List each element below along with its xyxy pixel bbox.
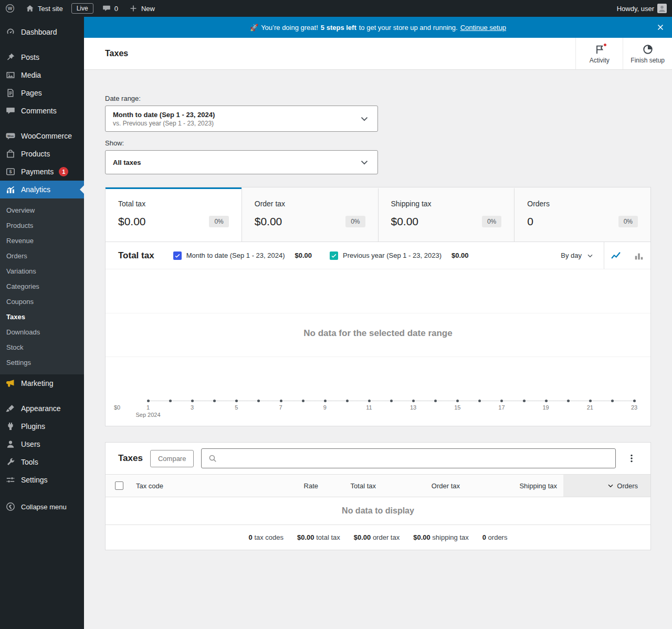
sidebar-item-payments[interactable]: $Payments1: [0, 163, 84, 181]
date-range-select[interactable]: Month to date (Sep 1 - 23, 2024) vs. Pre…: [105, 106, 378, 132]
axis-dot: [257, 400, 260, 402]
my-account-menu[interactable]: Howdy, user: [612, 0, 672, 17]
summary-stats-row: Total tax$0.000%Order tax$0.000%Shipping…: [106, 187, 650, 242]
posts-icon: [5, 52, 16, 62]
analytics-submenu: OverviewProductsRevenueOrdersVariationsC…: [0, 198, 84, 374]
sidebar-subitem-stock[interactable]: Stock: [0, 340, 84, 355]
sidebar-item-products[interactable]: Products: [0, 145, 84, 163]
compare-button[interactable]: Compare: [150, 450, 194, 467]
legend-checkbox[interactable]: [330, 251, 338, 260]
sidebar-item-tools[interactable]: Tools: [0, 453, 84, 471]
axis-dot: [412, 400, 415, 402]
gridline: [106, 313, 650, 313]
users-icon: [5, 439, 16, 449]
sidebar-subitem-downloads[interactable]: Downloads: [0, 324, 84, 340]
stat-tile-shipping-tax[interactable]: Shipping tax$0.000%: [378, 187, 514, 242]
column-header-orders[interactable]: Orders: [563, 475, 650, 497]
sidebar-item-woocommerce[interactable]: WooWooCommerce: [0, 127, 84, 145]
column-header-tax-code[interactable]: Tax code: [130, 475, 267, 497]
stat-value: $0.00: [255, 215, 282, 228]
line-chart-toggle-button[interactable]: [604, 242, 627, 269]
sidebar-subitem-variations[interactable]: Variations: [0, 264, 84, 279]
sidebar-subitem-products[interactable]: Products: [0, 218, 84, 233]
stat-tile-total-tax[interactable]: Total tax$0.000%: [106, 187, 242, 242]
plugins-icon: [5, 421, 16, 432]
wp-logo-menu[interactable]: W: [0, 0, 20, 17]
finish-setup-button[interactable]: Finish setup: [623, 38, 672, 69]
sidebar-item-collapse-menu[interactable]: Collapse menu: [0, 496, 84, 517]
steps-left: 5 steps left: [321, 24, 356, 32]
axis-dot: [191, 400, 194, 402]
select-all-checkbox[interactable]: [115, 481, 123, 490]
products-icon: [5, 149, 16, 159]
sidebar-item-posts[interactable]: Posts: [0, 48, 84, 66]
chart-empty-message: No data for the selected date range: [106, 328, 650, 339]
legend-label: Previous year (Sep 1 - 23, 2023): [343, 251, 442, 259]
table-search-input[interactable]: [222, 455, 609, 463]
summary-order-tax: $0.00 order tax: [354, 533, 400, 541]
sidebar-subitem-categories[interactable]: Categories: [0, 279, 84, 294]
sidebar-subitem-overview[interactable]: Overview: [0, 203, 84, 218]
sidebar-item-analytics[interactable]: Analytics: [0, 181, 84, 198]
rocket-emoji: 🚀: [250, 24, 258, 32]
avatar: [657, 4, 667, 13]
continue-setup-link[interactable]: Continue setup: [460, 24, 506, 32]
sidebar-item-plugins[interactable]: Plugins: [0, 417, 84, 435]
show-filter-select[interactable]: All taxes: [105, 150, 378, 174]
x-tick-label: 23: [631, 404, 637, 411]
collapse-icon: [5, 501, 16, 512]
activity-button[interactable]: Activity: [575, 38, 623, 69]
sidebar-item-marketing[interactable]: Marketing: [0, 374, 84, 392]
interval-select[interactable]: By day: [551, 242, 604, 269]
column-header-total-tax[interactable]: Total tax: [324, 475, 382, 497]
new-content-menu[interactable]: New: [123, 0, 160, 17]
activity-label: Activity: [590, 57, 610, 64]
live-badge: Live: [71, 3, 93, 14]
banner-text-2: to get your store up and running.: [359, 24, 458, 32]
comments-menu[interactable]: 0: [97, 0, 123, 17]
select-all-cell: [106, 475, 130, 497]
axis-dot: [567, 400, 570, 402]
page-title: Taxes: [105, 49, 128, 58]
stat-tile-orders[interactable]: Orders00%: [514, 187, 650, 242]
sidebar-item-appearance[interactable]: Appearance: [0, 400, 84, 417]
sidebar-item-users[interactable]: Users: [0, 435, 84, 453]
table-menu-button[interactable]: [623, 450, 640, 467]
y-axis-zero-label: $0: [114, 404, 120, 411]
plus-icon: [129, 4, 138, 13]
line-chart-icon: [610, 250, 622, 261]
legend-item-month-to-date-sep-1-23-2024[interactable]: Month to date (Sep 1 - 23, 2024)$0.00: [173, 251, 312, 260]
legend-checkbox[interactable]: [173, 251, 182, 260]
dismiss-banner-button[interactable]: [654, 21, 667, 34]
gridline: [106, 357, 650, 357]
sidebar-item-dashboard[interactable]: Dashboard: [0, 23, 84, 41]
sidebar-item-comments[interactable]: Comments: [0, 102, 84, 120]
x-tick-label: 9: [323, 404, 327, 411]
setup-progress-banner: 🚀 You’re doing great! 5 steps left to ge…: [84, 17, 672, 38]
table-search-box[interactable]: [201, 448, 616, 468]
chevron-down-icon: [586, 251, 594, 260]
sidebar-subitem-revenue[interactable]: Revenue: [0, 233, 84, 248]
axis-dot: [611, 400, 614, 402]
sidebar-subitem-coupons[interactable]: Coupons: [0, 294, 84, 309]
sidebar-subitem-settings[interactable]: Settings: [0, 355, 84, 370]
site-name: Test site: [38, 5, 63, 13]
setup-progress-icon: [642, 44, 654, 55]
sidebar-item-settings[interactable]: Settings: [0, 471, 84, 489]
sidebar-subitem-orders[interactable]: Orders: [0, 248, 84, 264]
date-range-value: Month to date (Sep 1 - 23, 2024): [113, 111, 215, 119]
sidebar-subitem-taxes[interactable]: Taxes: [0, 309, 84, 324]
column-header-rate[interactable]: Rate: [267, 475, 324, 497]
summary-orders: 0 orders: [482, 533, 508, 541]
site-name-menu[interactable]: Test site: [20, 0, 68, 17]
column-header-shipping-tax[interactable]: Shipping tax: [466, 475, 563, 497]
sidebar-item-pages[interactable]: Pages: [0, 84, 84, 102]
table-column-headers: Tax codeRateTotal taxOrder taxShipping t…: [106, 474, 650, 497]
stat-label: Order tax: [255, 200, 365, 208]
legend-item-previous-year-sep-1-23-2023[interactable]: Previous year (Sep 1 - 23, 2023)$0.00: [330, 251, 468, 260]
stat-delta-badge: 0%: [345, 216, 365, 227]
bar-chart-toggle-button[interactable]: [627, 242, 650, 269]
stat-tile-order-tax[interactable]: Order tax$0.000%: [242, 187, 378, 242]
sidebar-item-media[interactable]: Media: [0, 66, 84, 84]
column-header-order-tax[interactable]: Order tax: [382, 475, 466, 497]
